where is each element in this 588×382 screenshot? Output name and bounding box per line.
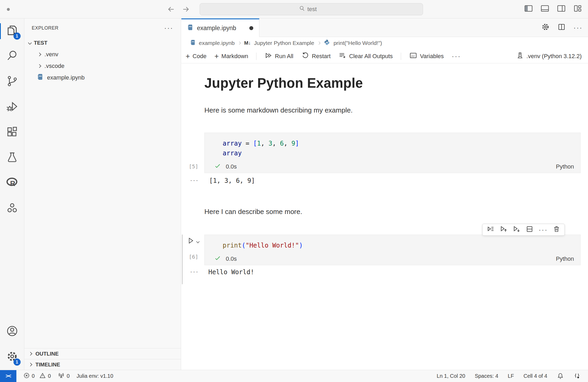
tree-item-venv[interactable]: .venv (24, 49, 181, 60)
notebook-settings-icon[interactable] (541, 23, 550, 33)
code-line[interactable]: array = [1, 3, 6, 9] (223, 139, 580, 148)
cell-toolbar: ··· (482, 224, 565, 236)
breadcrumb-cell[interactable]: print("Hello World!") (333, 40, 382, 46)
toolbar-divider (401, 53, 401, 60)
clear-outputs-icon (338, 52, 346, 61)
run-cell-button[interactable] (187, 237, 195, 246)
toggle-panel-icon[interactable] (540, 4, 549, 14)
activity-accounts[interactable] (0, 319, 24, 344)
eol-indicator[interactable]: LF (508, 373, 514, 379)
problems-indicator[interactable]: 0 0 (23, 372, 51, 380)
python-logo-icon (324, 39, 330, 47)
chevron-right-icon (38, 64, 41, 68)
run-all-icon (264, 52, 272, 61)
cell-duration: 0.0s (226, 255, 237, 262)
tree-item-vscode[interactable]: .vscode (24, 60, 181, 72)
account-icon (6, 325, 18, 339)
title-bar (0, 0, 588, 18)
svg-text:R: R (10, 180, 15, 188)
activity-bar: 1 R 1 (0, 18, 24, 370)
markdown-heading: Jupyter Python Example (204, 75, 363, 91)
tree-item-label: example.ipynb (47, 74, 85, 81)
tree-item-label: .venv (44, 51, 58, 58)
run-all-button[interactable]: Run All (264, 52, 293, 61)
run-below-icon[interactable] (513, 225, 521, 235)
tree-item-example-ipynb[interactable]: example.ipynb (24, 72, 181, 83)
cell-language[interactable]: Python (556, 255, 574, 262)
run-above-icon[interactable] (500, 225, 508, 235)
execution-count: [6] (189, 254, 198, 260)
split-editor-icon[interactable] (558, 23, 566, 32)
breadcrumb: example.ipynb M↓ Jupyter Python Example … (181, 37, 588, 49)
code-line[interactable]: array (223, 148, 580, 158)
search-icon (298, 5, 305, 13)
notifications-bell-icon[interactable] (557, 372, 564, 380)
cell-output: [1, 3, 6, 9] (209, 177, 255, 184)
cell-duration: 0.0s (226, 163, 237, 170)
outline-label: OUTLINE (35, 351, 59, 357)
breadcrumb-file[interactable]: example.ipynb (199, 40, 235, 46)
delete-cell-icon[interactable] (553, 225, 560, 234)
command-center-search[interactable] (200, 3, 423, 15)
explorer-badge: 1 (13, 32, 21, 40)
clear-all-outputs-button[interactable]: Clear All Outputs (338, 52, 393, 61)
editor-more-actions-icon[interactable]: ··· (573, 26, 583, 29)
customize-layout-icon[interactable] (573, 4, 582, 14)
activity-settings[interactable]: 1 (0, 344, 24, 370)
code-line[interactable]: print("Hello World!") (223, 241, 580, 250)
debug-icon (6, 100, 18, 114)
variables-button[interactable]: (x) Variables (409, 52, 444, 61)
kernel-picker[interactable]: .venv (Python 3.12.2) (516, 52, 582, 61)
julia-env-indicator[interactable]: Julia env: v1.10 (76, 373, 113, 379)
warning-icon (39, 372, 46, 380)
search-input[interactable] (307, 6, 324, 13)
output-more-icon[interactable]: ··· (190, 268, 199, 275)
timeline-section[interactable]: TIMELINE (24, 359, 181, 370)
toggle-secondary-sidebar-icon[interactable] (557, 4, 566, 14)
cell-position-indicator[interactable]: Cell 4 of 4 (523, 373, 547, 379)
tree-root-label: TEST (34, 40, 47, 46)
notebook-file-icon (37, 73, 43, 82)
explorer-sidebar: EXPLORER ··· TEST .venv .vscode example.… (24, 18, 181, 370)
run-options-chevron-icon[interactable] (196, 240, 200, 243)
tree-item-label: .vscode (44, 63, 65, 69)
remote-indicator[interactable]: >< (0, 370, 16, 382)
error-icon (23, 372, 30, 380)
ports-indicator[interactable]: 0 (58, 372, 70, 380)
outline-section[interactable]: OUTLINE (24, 348, 181, 359)
nav-forward-icon[interactable] (182, 5, 190, 13)
restart-button[interactable]: Restart (301, 52, 331, 61)
toggle-primary-sidebar-icon[interactable] (524, 4, 533, 14)
cell-language[interactable]: Python (556, 163, 574, 170)
breadcrumb-heading[interactable]: Jupyter Python Example (254, 40, 314, 46)
activity-explorer[interactable]: 1 (0, 18, 24, 44)
nav-back-icon[interactable] (167, 5, 175, 13)
code-cell-2[interactable]: print("Hello World!") 0.0s Python (204, 235, 581, 265)
tab-example-ipynb[interactable]: example.ipynb (181, 18, 259, 37)
execute-cells-icon[interactable] (487, 225, 495, 235)
activity-extensions[interactable] (0, 120, 24, 145)
cell-more-actions-icon[interactable]: ··· (539, 229, 548, 231)
tree-root-test[interactable]: TEST (24, 37, 181, 49)
activity-circles-extension[interactable] (0, 196, 24, 221)
split-cell-icon[interactable] (526, 225, 534, 235)
explorer-more-actions-icon[interactable]: ··· (164, 27, 173, 29)
add-markdown-cell-button[interactable]: +Markdown (214, 53, 248, 60)
language-status-icon[interactable] (573, 372, 581, 380)
activity-search[interactable] (0, 44, 24, 69)
output-more-icon[interactable]: ··· (190, 176, 199, 184)
modified-dot-icon[interactable] (249, 26, 253, 30)
activity-r-language[interactable]: R (0, 171, 24, 196)
toolbar-more-icon[interactable]: ··· (452, 55, 461, 58)
activity-testing[interactable] (0, 145, 24, 171)
code-cell-1[interactable]: array = [1, 3, 6, 9] array 0.0s Python (204, 133, 581, 173)
add-code-cell-button[interactable]: +Code (186, 53, 206, 60)
extensions-icon (6, 126, 18, 139)
notebook-file-icon (190, 39, 196, 47)
cursor-position[interactable]: Ln 1, Col 20 (437, 373, 465, 379)
notebook-toolbar: +Code +Markdown Run All Restart Clear Al… (181, 49, 588, 63)
window-control-dot[interactable] (7, 8, 10, 11)
indentation-indicator[interactable]: Spaces: 4 (475, 373, 498, 379)
activity-run-debug[interactable] (0, 95, 24, 120)
activity-source-control[interactable] (0, 69, 24, 95)
